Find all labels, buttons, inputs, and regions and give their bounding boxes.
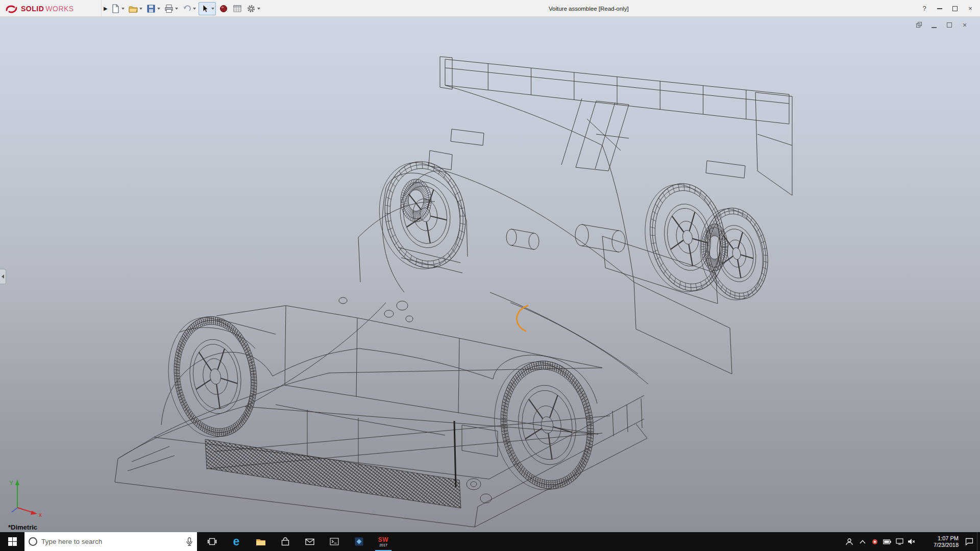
design-table-button[interactable] [231, 2, 243, 15]
maximize-icon [952, 6, 958, 11]
battery-icon [883, 539, 891, 544]
document-title: Voiture assomblee [Read-only] [549, 0, 629, 17]
mail-icon [305, 538, 314, 545]
dropdown-arrow-icon[interactable] [175, 8, 178, 10]
axis-y-label: Y [9, 480, 13, 487]
graphics-area[interactable]: × Y x *Dimetric [0, 17, 980, 532]
search-input[interactable] [41, 538, 182, 545]
volume-button[interactable] [905, 532, 918, 551]
action-center-button[interactable] [962, 532, 977, 551]
toolbar-flyout-arrow[interactable]: ▶ [101, 0, 110, 17]
doc-restore-button[interactable] [915, 21, 923, 29]
system-tray: 1:07 PM 7/23/2018 [842, 532, 980, 551]
brand-solid: SOLID [21, 5, 44, 13]
close-icon: × [963, 21, 967, 29]
new-document-icon [110, 4, 120, 14]
solidworks-app-button[interactable]: SW 2017 [371, 532, 396, 551]
ds-logo-icon [5, 4, 19, 14]
battery-button[interactable] [881, 532, 893, 551]
orientation-triad: Y x [5, 476, 48, 519]
open-icon [128, 4, 138, 14]
view-orientation-label: *Dimetric [8, 523, 37, 531]
select-cursor-icon [200, 4, 210, 14]
volume-muted-icon [908, 538, 916, 545]
help-button[interactable]: ? [917, 0, 932, 17]
edge-button[interactable]: e [224, 532, 249, 551]
axis-x-label: x [39, 511, 42, 518]
doc-minimize-button[interactable] [930, 21, 938, 29]
cortana-circle-icon [29, 537, 37, 546]
status-dot-icon [872, 539, 878, 545]
window-controls: ? × [917, 0, 978, 17]
new-document-button[interactable] [109, 2, 126, 15]
document-window-controls: × [915, 21, 969, 29]
windows-taskbar: e [0, 532, 980, 551]
restore-icon [916, 22, 921, 28]
dropdown-arrow-icon[interactable] [193, 8, 196, 10]
file-explorer-button[interactable] [249, 532, 273, 551]
people-button[interactable] [842, 532, 856, 551]
options-button[interactable] [245, 2, 261, 15]
brand-works: WORKS [45, 5, 74, 13]
command-prompt-icon [330, 538, 339, 545]
maximize-icon [947, 22, 952, 28]
select-tool-button[interactable] [199, 2, 216, 15]
minimize-button[interactable] [932, 0, 947, 17]
appearance-button[interactable] [217, 2, 230, 15]
undo-icon [182, 4, 192, 14]
chevron-up-icon [860, 540, 866, 544]
save-button[interactable] [145, 2, 161, 15]
task-view-icon [207, 537, 217, 546]
minimize-icon [937, 8, 942, 9]
print-icon [164, 4, 174, 14]
appearance-sphere-icon [218, 4, 229, 14]
task-view-button[interactable] [200, 532, 224, 551]
store-button[interactable] [273, 532, 298, 551]
edge-icon: e [233, 536, 240, 547]
people-icon [845, 538, 853, 546]
microphone-icon[interactable] [186, 537, 193, 546]
start-button[interactable] [0, 532, 24, 551]
app-tile-button[interactable] [347, 532, 371, 551]
dropdown-arrow-icon[interactable] [121, 8, 125, 10]
taskbar-app-icons: e [200, 532, 396, 551]
network-button[interactable] [893, 532, 905, 551]
file-explorer-icon [256, 538, 266, 546]
doc-close-button[interactable]: × [961, 21, 969, 29]
options-gear-icon [246, 4, 256, 14]
feature-manager-collapse-tab[interactable] [0, 269, 6, 284]
solidworks-logo: SOLIDWORKS [5, 0, 74, 17]
clock-date: 7/23/2018 [934, 542, 959, 548]
command-prompt-button[interactable] [322, 532, 347, 551]
wireframe-car-model[interactable] [0, 17, 980, 532]
minimize-icon [932, 27, 937, 28]
chevron-left-icon [2, 274, 4, 279]
undo-button[interactable] [181, 2, 197, 15]
dropdown-arrow-icon[interactable] [157, 8, 160, 10]
store-icon [281, 537, 290, 546]
solidworks-2017-icon: SW 2017 [378, 537, 388, 547]
standard-toolbar [109, 0, 263, 17]
maximize-button[interactable] [947, 0, 963, 17]
dropdown-arrow-icon[interactable] [211, 8, 214, 10]
display-icon [896, 538, 903, 545]
open-button[interactable] [127, 2, 143, 15]
tray-status-button[interactable] [869, 532, 881, 551]
print-button[interactable] [163, 2, 179, 15]
doc-maximize-button[interactable] [945, 21, 953, 29]
dropdown-arrow-icon[interactable] [139, 8, 142, 10]
app-tile-icon [355, 537, 363, 546]
clock-time: 1:07 PM [938, 535, 959, 542]
design-table-icon [232, 4, 242, 14]
start-icon [8, 537, 17, 546]
save-icon [146, 4, 156, 14]
show-desktop-sliver[interactable] [977, 532, 980, 551]
action-center-icon [965, 538, 973, 545]
taskbar-clock[interactable]: 1:07 PM 7/23/2018 [918, 532, 962, 551]
taskbar-search[interactable] [24, 532, 197, 551]
app-titlebar: SOLIDWORKS ▶ [0, 0, 980, 17]
close-button[interactable]: × [963, 0, 978, 17]
mail-button[interactable] [298, 532, 322, 551]
dropdown-arrow-icon[interactable] [257, 8, 260, 10]
tray-expand-button[interactable] [856, 532, 869, 551]
